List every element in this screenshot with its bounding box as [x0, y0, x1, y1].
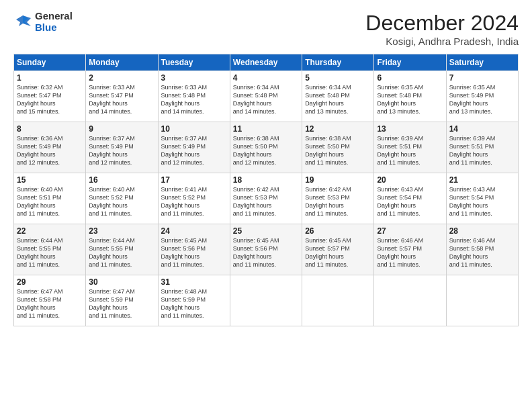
logo: General Blue [13, 11, 73, 33]
day-info: Sunrise: 6:37 AMSunset: 5:49 PMDaylight … [89, 135, 135, 166]
location: Kosigi, Andhra Pradesh, India [365, 36, 519, 47]
table-row: 16 Sunrise: 6:40 AMSunset: 5:52 PMDaylig… [86, 173, 158, 224]
table-row: 27 Sunrise: 6:46 AMSunset: 5:57 PMDaylig… [374, 224, 446, 275]
day-number: 30 [89, 277, 154, 287]
day-info: Sunrise: 6:47 AMSunset: 5:59 PMDaylight … [89, 288, 135, 319]
table-row: 21 Sunrise: 6:43 AMSunset: 5:54 PMDaylig… [446, 173, 518, 224]
table-row: 28 Sunrise: 6:46 AMSunset: 5:58 PMDaylig… [446, 224, 518, 275]
day-info: Sunrise: 6:40 AMSunset: 5:52 PMDaylight … [89, 186, 135, 217]
day-number: 15 [17, 175, 83, 185]
week-row-4: 22 Sunrise: 6:44 AMSunset: 5:55 PMDaylig… [14, 224, 519, 275]
logo-icon [13, 13, 32, 32]
day-info: Sunrise: 6:46 AMSunset: 5:57 PMDaylight … [377, 237, 423, 268]
table-row: 22 Sunrise: 6:44 AMSunset: 5:55 PMDaylig… [14, 224, 86, 275]
day-info: Sunrise: 6:37 AMSunset: 5:49 PMDaylight … [161, 135, 208, 166]
day-number: 20 [377, 175, 443, 185]
table-row: 19 Sunrise: 6:42 AMSunset: 5:53 PMDaylig… [302, 173, 374, 224]
table-row [374, 275, 446, 326]
day-info: Sunrise: 6:41 AMSunset: 5:52 PMDaylight … [161, 186, 208, 217]
header: General Blue December 2024 Kosigi, Andhr… [13, 11, 519, 47]
calendar: Sunday Monday Tuesday Wednesday Thursday… [13, 54, 519, 326]
day-info: Sunrise: 6:34 AMSunset: 5:48 PMDaylight … [305, 84, 351, 115]
table-row: 26 Sunrise: 6:45 AMSunset: 5:57 PMDaylig… [302, 224, 374, 275]
day-info: Sunrise: 6:44 AMSunset: 5:55 PMDaylight … [17, 237, 63, 268]
day-info: Sunrise: 6:45 AMSunset: 5:56 PMDaylight … [233, 237, 279, 268]
week-row-1: 1 Sunrise: 6:32 AMSunset: 5:47 PMDayligh… [14, 71, 519, 122]
col-monday: Monday [86, 54, 158, 71]
table-row: 29 Sunrise: 6:47 AMSunset: 5:58 PMDaylig… [14, 275, 86, 326]
day-info: Sunrise: 6:42 AMSunset: 5:53 PMDaylight … [233, 186, 279, 217]
logo-text: General Blue [35, 11, 73, 33]
day-info: Sunrise: 6:36 AMSunset: 5:49 PMDaylight … [17, 135, 63, 166]
day-number: 16 [89, 175, 154, 185]
day-number: 9 [89, 124, 154, 134]
day-number: 12 [305, 124, 371, 134]
day-number: 17 [161, 175, 227, 185]
day-number: 14 [449, 124, 515, 134]
col-tuesday: Tuesday [158, 54, 230, 71]
day-number: 27 [377, 226, 443, 236]
day-info: Sunrise: 6:42 AMSunset: 5:53 PMDaylight … [305, 186, 351, 217]
title-block: December 2024 Kosigi, Andhra Pradesh, In… [365, 11, 519, 47]
day-number: 11 [233, 124, 299, 134]
table-row: 24 Sunrise: 6:45 AMSunset: 5:56 PMDaylig… [158, 224, 230, 275]
day-info: Sunrise: 6:43 AMSunset: 5:54 PMDaylight … [449, 186, 496, 217]
day-number: 1 [17, 73, 83, 83]
table-row: 6 Sunrise: 6:35 AMSunset: 5:48 PMDayligh… [374, 71, 446, 122]
day-info: Sunrise: 6:47 AMSunset: 5:58 PMDaylight … [17, 288, 63, 319]
day-info: Sunrise: 6:38 AMSunset: 5:50 PMDaylight … [305, 135, 351, 166]
day-number: 5 [305, 73, 371, 83]
day-info: Sunrise: 6:45 AMSunset: 5:57 PMDaylight … [305, 237, 351, 268]
day-info: Sunrise: 6:48 AMSunset: 5:59 PMDaylight … [161, 288, 208, 319]
table-row: 3 Sunrise: 6:33 AMSunset: 5:48 PMDayligh… [158, 71, 230, 122]
day-number: 23 [89, 226, 154, 236]
table-row: 31 Sunrise: 6:48 AMSunset: 5:59 PMDaylig… [158, 275, 230, 326]
day-number: 28 [449, 226, 515, 236]
day-number: 22 [17, 226, 83, 236]
col-wednesday: Wednesday [230, 54, 302, 71]
day-number: 6 [377, 73, 443, 83]
day-info: Sunrise: 6:39 AMSunset: 5:51 PMDaylight … [449, 135, 496, 166]
day-number: 18 [233, 175, 299, 185]
table-row: 1 Sunrise: 6:32 AMSunset: 5:47 PMDayligh… [14, 71, 86, 122]
day-info: Sunrise: 6:38 AMSunset: 5:50 PMDaylight … [233, 135, 279, 166]
day-info: Sunrise: 6:44 AMSunset: 5:55 PMDaylight … [89, 237, 135, 268]
table-row: 9 Sunrise: 6:37 AMSunset: 5:49 PMDayligh… [86, 122, 158, 173]
table-row: 8 Sunrise: 6:36 AMSunset: 5:49 PMDayligh… [14, 122, 86, 173]
table-row: 4 Sunrise: 6:34 AMSunset: 5:48 PMDayligh… [230, 71, 302, 122]
table-row: 20 Sunrise: 6:43 AMSunset: 5:54 PMDaylig… [374, 173, 446, 224]
col-sunday: Sunday [14, 54, 86, 71]
table-row: 7 Sunrise: 6:35 AMSunset: 5:49 PMDayligh… [446, 71, 518, 122]
col-thursday: Thursday [302, 54, 374, 71]
table-row: 25 Sunrise: 6:45 AMSunset: 5:56 PMDaylig… [230, 224, 302, 275]
table-row [446, 275, 518, 326]
table-row [230, 275, 302, 326]
table-row: 18 Sunrise: 6:42 AMSunset: 5:53 PMDaylig… [230, 173, 302, 224]
day-number: 25 [233, 226, 299, 236]
calendar-header-row: Sunday Monday Tuesday Wednesday Thursday… [14, 54, 519, 71]
day-info: Sunrise: 6:34 AMSunset: 5:48 PMDaylight … [233, 84, 279, 115]
day-number: 3 [161, 73, 227, 83]
table-row: 17 Sunrise: 6:41 AMSunset: 5:52 PMDaylig… [158, 173, 230, 224]
table-row: 15 Sunrise: 6:40 AMSunset: 5:51 PMDaylig… [14, 173, 86, 224]
week-row-2: 8 Sunrise: 6:36 AMSunset: 5:49 PMDayligh… [14, 122, 519, 173]
logo-general: General [35, 11, 73, 22]
day-info: Sunrise: 6:39 AMSunset: 5:51 PMDaylight … [377, 135, 423, 166]
table-row: 12 Sunrise: 6:38 AMSunset: 5:50 PMDaylig… [302, 122, 374, 173]
day-info: Sunrise: 6:45 AMSunset: 5:56 PMDaylight … [161, 237, 208, 268]
table-row: 13 Sunrise: 6:39 AMSunset: 5:51 PMDaylig… [374, 122, 446, 173]
day-number: 31 [161, 277, 227, 287]
month-title: December 2024 [365, 11, 519, 36]
day-number: 13 [377, 124, 443, 134]
table-row: 10 Sunrise: 6:37 AMSunset: 5:49 PMDaylig… [158, 122, 230, 173]
table-row: 5 Sunrise: 6:34 AMSunset: 5:48 PMDayligh… [302, 71, 374, 122]
day-number: 8 [17, 124, 83, 134]
table-row: 23 Sunrise: 6:44 AMSunset: 5:55 PMDaylig… [86, 224, 158, 275]
day-number: 24 [161, 226, 227, 236]
week-row-3: 15 Sunrise: 6:40 AMSunset: 5:51 PMDaylig… [14, 173, 519, 224]
table-row: 11 Sunrise: 6:38 AMSunset: 5:50 PMDaylig… [230, 122, 302, 173]
day-info: Sunrise: 6:33 AMSunset: 5:48 PMDaylight … [161, 84, 208, 115]
day-number: 2 [89, 73, 154, 83]
day-number: 19 [305, 175, 371, 185]
col-friday: Friday [374, 54, 446, 71]
